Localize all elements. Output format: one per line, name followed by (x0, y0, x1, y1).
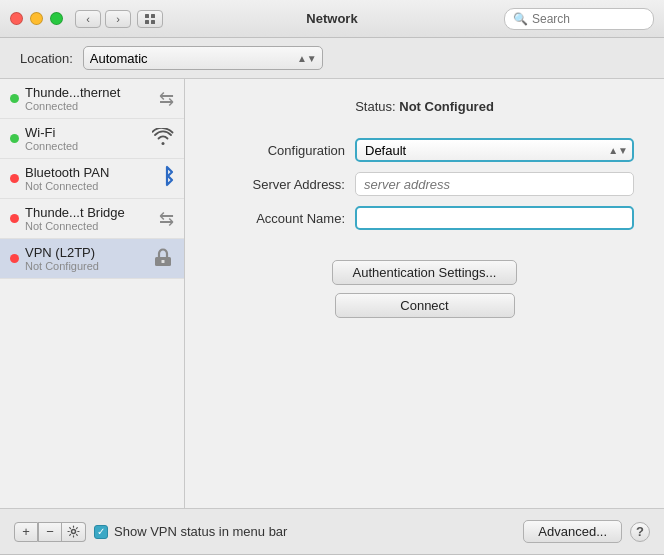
configuration-label: Configuration (215, 143, 345, 158)
item-status-wifi: Connected (25, 140, 78, 152)
help-button[interactable]: ? (630, 522, 650, 542)
svg-point-6 (72, 530, 76, 534)
sidebar-item-bluetooth[interactable]: Bluetooth PAN Not Connected (0, 159, 184, 199)
svg-rect-3 (151, 20, 155, 24)
sidebar-controls: + − (14, 522, 86, 542)
forward-button[interactable]: › (105, 10, 131, 28)
vpn-checkbox-row: ✓ Show VPN status in menu bar (94, 524, 515, 539)
sidebar-item-vpn[interactable]: VPN (L2TP) Not Configured (0, 239, 184, 279)
bluetooth-icon (160, 165, 174, 192)
bridge-icon: ⇆ (159, 208, 174, 230)
search-input[interactable] (532, 12, 645, 26)
advanced-button[interactable]: Advanced... (523, 520, 622, 543)
server-address-label: Server Address: (215, 177, 345, 192)
wifi-icon (152, 128, 174, 150)
action-buttons: Authentication Settings... Connect (215, 260, 634, 318)
ethernet-icon: ⇆ (159, 88, 174, 110)
grid-button[interactable] (137, 10, 163, 28)
sidebar-item-wifi[interactable]: Wi-Fi Connected (0, 119, 184, 159)
status-dot-vpn (10, 254, 19, 263)
network-settings-button[interactable] (62, 522, 86, 542)
location-label: Location: (20, 51, 73, 66)
account-name-row: Account Name: username (215, 206, 634, 230)
nav-buttons: ‹ › (75, 10, 131, 28)
item-name-vpn: VPN (L2TP) (25, 245, 99, 260)
configuration-select[interactable]: Default (355, 138, 634, 162)
item-status-thunderbolt: Connected (25, 100, 120, 112)
svg-rect-1 (151, 14, 155, 18)
vpn-status-bar: + − ✓ Show VPN status in menu bar Advanc… (0, 508, 664, 554)
item-status-bridge: Not Connected (25, 220, 125, 232)
account-name-input[interactable]: username (355, 206, 634, 230)
connect-button[interactable]: Connect (335, 293, 515, 318)
account-name-label: Account Name: (215, 211, 345, 226)
window-title: Network (306, 11, 357, 26)
sidebar: Thunde...thernet Connected ⇆ Wi-Fi Conne… (0, 79, 185, 508)
location-select-wrap: Automatic Home Work ▲▼ (83, 46, 323, 70)
item-name-wifi: Wi-Fi (25, 125, 78, 140)
server-address-row: Server Address: (215, 172, 634, 196)
status-dot-bluetooth (10, 174, 19, 183)
item-status-vpn: Not Configured (25, 260, 99, 272)
sidebar-item-thunderbolt-ethernet[interactable]: Thunde...thernet Connected ⇆ (0, 79, 184, 119)
item-name-bluetooth: Bluetooth PAN (25, 165, 109, 180)
vpn-status-checkbox[interactable]: ✓ (94, 525, 108, 539)
location-bar: Location: Automatic Home Work ▲▼ (0, 38, 664, 79)
bottom-right-controls: Advanced... ? (523, 520, 650, 543)
configuration-select-wrap: Default ▲▼ (355, 138, 634, 162)
status-value: Not Configured (399, 99, 494, 114)
back-button[interactable]: ‹ (75, 10, 101, 28)
authentication-settings-button[interactable]: Authentication Settings... (332, 260, 518, 285)
traffic-lights (10, 12, 63, 25)
status-dot-bridge (10, 214, 19, 223)
sidebar-item-thunderbolt-bridge[interactable]: Thunde...t Bridge Not Connected ⇆ (0, 199, 184, 239)
form-rows: Configuration Default ▲▼ Server Address:… (215, 138, 634, 230)
svg-rect-2 (145, 20, 149, 24)
titlebar: ‹ › Network 🔍 (0, 0, 664, 38)
main-content: Thunde...thernet Connected ⇆ Wi-Fi Conne… (0, 79, 664, 508)
vpn-icon (152, 246, 174, 272)
item-name-thunderbolt: Thunde...thernet (25, 85, 120, 100)
status-dot-wifi (10, 134, 19, 143)
configuration-row: Configuration Default ▲▼ (215, 138, 634, 162)
status-label: Status: (355, 99, 395, 114)
location-select[interactable]: Automatic Home Work (83, 46, 323, 70)
svg-rect-0 (145, 14, 149, 18)
remove-network-button[interactable]: − (38, 522, 62, 542)
maximize-button[interactable] (50, 12, 63, 25)
item-status-bluetooth: Not Connected (25, 180, 109, 192)
status-dot-thunderbolt (10, 94, 19, 103)
item-name-bridge: Thunde...t Bridge (25, 205, 125, 220)
add-network-button[interactable]: + (14, 522, 38, 542)
close-button[interactable] (10, 12, 23, 25)
status-row: Status: Not Configured (215, 99, 634, 114)
search-box[interactable]: 🔍 (504, 8, 654, 30)
vpn-status-label: Show VPN status in menu bar (114, 524, 287, 539)
server-address-input[interactable] (355, 172, 634, 196)
minimize-button[interactable] (30, 12, 43, 25)
search-icon: 🔍 (513, 12, 528, 26)
detail-panel: Status: Not Configured Configuration Def… (185, 79, 664, 508)
svg-rect-5 (162, 260, 165, 263)
